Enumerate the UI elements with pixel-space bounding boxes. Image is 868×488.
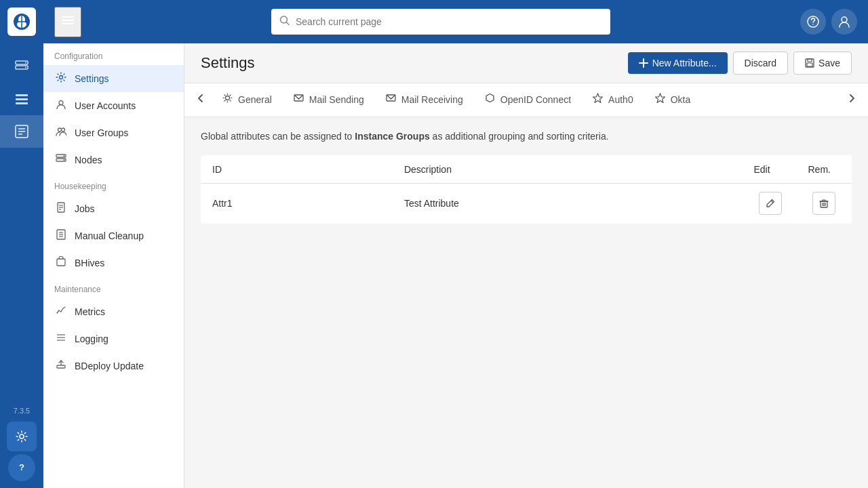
user-accounts-icon	[54, 99, 68, 113]
sidebar-manual-cleanup-label: Manual Cleanup	[75, 230, 144, 241]
svg-rect-46	[57, 365, 65, 368]
sidebar-item-manual-cleanup[interactable]: Manual Cleanup	[43, 222, 184, 249]
general-tab-icon	[222, 93, 233, 106]
bdeploy-update-icon	[54, 359, 68, 373]
info-text-pre: Global attributes can be assigned to	[201, 131, 355, 142]
tabs-bar: General Mail Sending	[184, 83, 868, 117]
mail-sending-tab-icon	[294, 93, 304, 106]
svg-point-8	[25, 67, 26, 68]
sidebar-logging-label: Logging	[75, 333, 108, 344]
sidebar-item-bhives[interactable]: BHives	[43, 249, 184, 277]
user-groups-icon	[54, 126, 68, 140]
rail-item-tasks[interactable]	[0, 115, 43, 148]
svg-point-25	[842, 17, 847, 22]
svg-point-32	[64, 155, 65, 157]
svg-point-7	[25, 62, 26, 64]
sidebar-item-settings[interactable]: Settings	[43, 65, 184, 92]
content-area: Configuration Settings User A	[43, 43, 868, 488]
svg-line-22	[287, 22, 290, 25]
svg-rect-51	[807, 63, 812, 66]
delete-button[interactable]	[812, 192, 835, 215]
col-header-id: ID	[201, 156, 393, 184]
rail-help-button[interactable]: ?	[8, 454, 35, 481]
app-logo[interactable]	[0, 0, 43, 43]
sidebar-item-nodes[interactable]: Nodes	[43, 146, 184, 174]
page-title: Settings	[201, 54, 255, 72]
rail-item-servers[interactable]	[0, 50, 43, 83]
sidebar-bdeploy-update-label: BDeploy Update	[75, 361, 144, 371]
logo-icon	[7, 7, 36, 36]
tab-okta-label: Okta	[671, 94, 691, 105]
table-row: Attr1 Test Attribute	[201, 184, 852, 224]
user-button[interactable]	[831, 9, 857, 35]
sidebar-user-groups-label: User Groups	[75, 127, 128, 138]
bhives-icon	[54, 256, 68, 270]
tab-general-label: General	[238, 94, 272, 105]
info-text: Global attributes can be assigned to Ins…	[201, 131, 852, 142]
topbar	[43, 0, 868, 43]
tab-auth0-label: Auth0	[608, 94, 633, 105]
okta-tab-icon	[655, 93, 665, 106]
discard-label: Discard	[745, 58, 776, 68]
tab-auth0[interactable]: Auth0	[582, 83, 644, 117]
rail-item-list[interactable]	[0, 83, 43, 115]
mail-receiving-tab-icon	[386, 93, 396, 106]
page-header: Settings New Attribute... Discard	[184, 43, 868, 83]
rail-bottom: 7.3.5 ?	[7, 407, 37, 488]
topbar-right	[800, 9, 857, 35]
edit-button[interactable]	[759, 192, 782, 215]
svg-rect-42	[57, 259, 65, 266]
search-wrapper	[271, 9, 610, 35]
app-version: 7.3.5	[14, 407, 30, 415]
sidebar-jobs-label: Jobs	[75, 203, 95, 214]
sidebar-nodes-label: Nodes	[75, 155, 102, 165]
save-label: Save	[818, 58, 840, 68]
svg-point-28	[58, 128, 62, 131]
svg-point-52	[226, 96, 230, 100]
tab-next-button[interactable]	[841, 85, 863, 115]
sidebar-item-jobs[interactable]: Jobs	[43, 195, 184, 222]
sidebar-user-accounts-label: User Accounts	[75, 100, 136, 111]
search-icon	[279, 16, 290, 28]
svg-point-16	[20, 434, 24, 439]
help-button[interactable]	[800, 9, 826, 35]
sidebar-item-metrics[interactable]: Metrics	[43, 298, 184, 325]
sidebar-section-housekeeping: Housekeeping	[43, 174, 184, 195]
rail-settings-button[interactable]	[7, 422, 37, 451]
discard-button[interactable]: Discard	[733, 52, 788, 75]
tab-mail-receiving[interactable]: Mail Receiving	[375, 83, 474, 117]
nodes-icon	[54, 153, 68, 167]
hamburger-button[interactable]	[54, 7, 81, 37]
tab-mail-sending[interactable]: Mail Sending	[283, 83, 375, 117]
info-text-post: as additional grouping and sorting crite…	[430, 131, 609, 142]
svg-rect-11	[16, 102, 28, 104]
svg-text:?: ?	[19, 462, 24, 472]
tab-general[interactable]: General	[212, 83, 283, 117]
openid-tab-icon	[485, 93, 495, 106]
sidebar-metrics-label: Metrics	[75, 306, 105, 317]
tab-openid-label: OpenID Connect	[500, 94, 571, 105]
svg-marker-55	[593, 94, 603, 103]
sidebar: Configuration Settings User A	[43, 43, 184, 488]
sidebar-section-maintenance: Maintenance	[43, 277, 184, 298]
sidebar-item-user-accounts[interactable]: User Accounts	[43, 92, 184, 119]
tab-openid-connect[interactable]: OpenID Connect	[474, 83, 582, 117]
tab-mail-sending-label: Mail Sending	[309, 94, 364, 105]
rail-navigation	[0, 50, 43, 407]
col-header-description: Description	[393, 156, 743, 184]
col-header-edit: Edit	[743, 156, 797, 184]
sidebar-item-bdeploy-update[interactable]: BDeploy Update	[43, 352, 184, 380]
save-button[interactable]: Save	[793, 52, 852, 75]
sidebar-item-logging[interactable]: Logging	[43, 325, 184, 352]
tab-okta[interactable]: Okta	[644, 83, 702, 117]
logging-icon	[54, 332, 68, 346]
svg-point-33	[64, 159, 65, 161]
search-input[interactable]	[271, 9, 610, 35]
tab-prev-button[interactable]	[190, 85, 212, 115]
new-attribute-button[interactable]: New Attribute...	[628, 52, 728, 74]
sidebar-item-user-groups[interactable]: User Groups	[43, 119, 184, 146]
main-wrapper: Configuration Settings User A	[43, 0, 868, 488]
svg-point-29	[62, 128, 65, 131]
svg-rect-9	[16, 94, 28, 96]
auth0-tab-icon	[593, 93, 603, 106]
